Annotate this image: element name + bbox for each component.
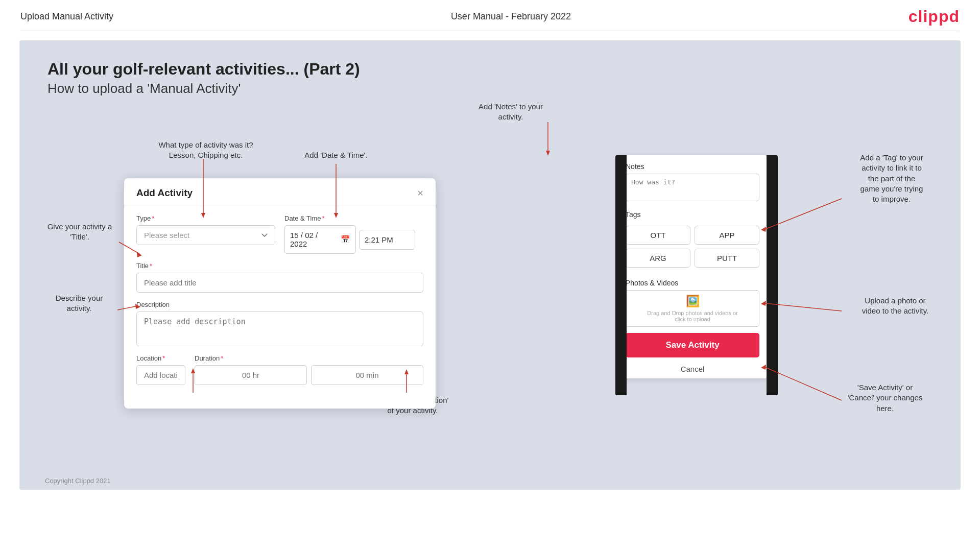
annotation-title: Give your activity a 'Title'. xyxy=(39,222,121,243)
svg-marker-15 xyxy=(546,151,550,156)
notes-section-label: Notes xyxy=(618,155,767,174)
right-panel: Notes Tags OTTAPPARGPUTT Photos & Videos… xyxy=(618,155,767,378)
copyright: Copyright Clippd 2021 xyxy=(45,477,111,485)
duration-min-input[interactable] xyxy=(311,365,423,385)
annotation-tags: Add a 'Tag' to your activity to link it … xyxy=(838,153,945,204)
photos-section-label: Photos & Videos xyxy=(618,272,767,290)
annotation-type: What type of activity was it? Lesson, Ch… xyxy=(147,140,265,161)
row-type-datetime: Type* Please select Date & Time* 15 / 02… xyxy=(136,214,423,254)
manual-title: User Manual - February 2022 xyxy=(451,11,571,22)
time-input[interactable] xyxy=(359,230,415,250)
modal-body: Type* Please select Date & Time* 15 / 02… xyxy=(124,205,436,385)
location-label: Location* xyxy=(136,354,185,362)
tag-ott[interactable]: OTT xyxy=(626,226,690,245)
calendar-icon: 📅 xyxy=(341,235,350,244)
row-description: Description xyxy=(136,301,423,346)
title-group: Title* xyxy=(136,262,423,293)
duration-group: Duration* xyxy=(195,354,423,385)
annotation-save: 'Save Activity' or 'Cancel' your changes… xyxy=(824,382,946,414)
logo: clippd xyxy=(909,7,960,26)
phone-bar-right xyxy=(767,155,778,395)
datetime-group: Date & Time* 15 / 02 / 2022 📅 xyxy=(284,214,423,254)
type-select[interactable]: Please select xyxy=(136,225,275,245)
description-group: Description xyxy=(136,301,423,346)
tag-arg[interactable]: ARG xyxy=(626,249,690,268)
row-title: Title* xyxy=(136,262,423,293)
type-label: Type* xyxy=(136,214,275,222)
tag-app[interactable]: APP xyxy=(695,226,759,245)
location-group: Location* xyxy=(136,354,185,385)
add-activity-modal: Add Activity × Type* Please select Date … xyxy=(124,178,436,409)
type-group: Type* Please select xyxy=(136,214,275,254)
close-button[interactable]: × xyxy=(417,188,423,198)
main-content: All your golf-relevant activities... (Pa… xyxy=(19,40,961,490)
modal-header: Add Activity × xyxy=(124,178,436,205)
annotation-datetime: Add 'Date & Time'. xyxy=(285,150,387,160)
top-bar: Upload Manual Activity User Manual - Feb… xyxy=(0,0,980,31)
save-activity-button[interactable]: Save Activity xyxy=(626,333,759,357)
page-heading: All your golf-relevant activities... (Pa… xyxy=(47,60,360,97)
tags-section-label: Tags xyxy=(618,203,767,222)
duration-hr-input[interactable] xyxy=(195,365,307,385)
description-label: Description xyxy=(136,301,423,308)
upload-icon: 🖼️ xyxy=(686,295,700,308)
page-title: Upload Manual Activity xyxy=(20,11,113,22)
modal-title: Add Activity xyxy=(136,187,193,199)
date-time-group: 15 / 02 / 2022 📅 xyxy=(284,225,423,254)
title-input[interactable] xyxy=(136,273,423,293)
annotation-notes: Add 'Notes' to your activity. xyxy=(460,102,562,123)
date-input[interactable]: 15 / 02 / 2022 📅 xyxy=(284,225,356,254)
annotation-description: Describe your activity. xyxy=(41,293,117,314)
title-label: Title* xyxy=(136,262,423,270)
datetime-label: Date & Time* xyxy=(284,214,423,222)
annotation-upload: Upload a photo or video to the activity. xyxy=(839,296,951,317)
cancel-button[interactable]: Cancel xyxy=(618,361,767,378)
duration-inputs xyxy=(195,365,423,385)
description-textarea[interactable] xyxy=(136,312,423,346)
tags-grid: OTTAPPARGPUTT xyxy=(618,222,767,272)
heading-line1: All your golf-relevant activities... (Pa… xyxy=(47,60,360,79)
photos-upload-area[interactable]: 🖼️ Drag and Drop photos and videos or cl… xyxy=(626,290,759,327)
duration-label: Duration* xyxy=(195,354,423,362)
heading-line2: How to upload a 'Manual Activity' xyxy=(47,81,360,97)
upload-text: Drag and Drop photos and videos or click… xyxy=(647,310,737,322)
notes-textarea[interactable] xyxy=(626,174,759,201)
row-location-duration: Location* Duration* xyxy=(136,354,423,385)
tag-putt[interactable]: PUTT xyxy=(695,249,759,268)
phone-bar-left xyxy=(615,155,627,395)
location-input[interactable] xyxy=(136,365,185,385)
